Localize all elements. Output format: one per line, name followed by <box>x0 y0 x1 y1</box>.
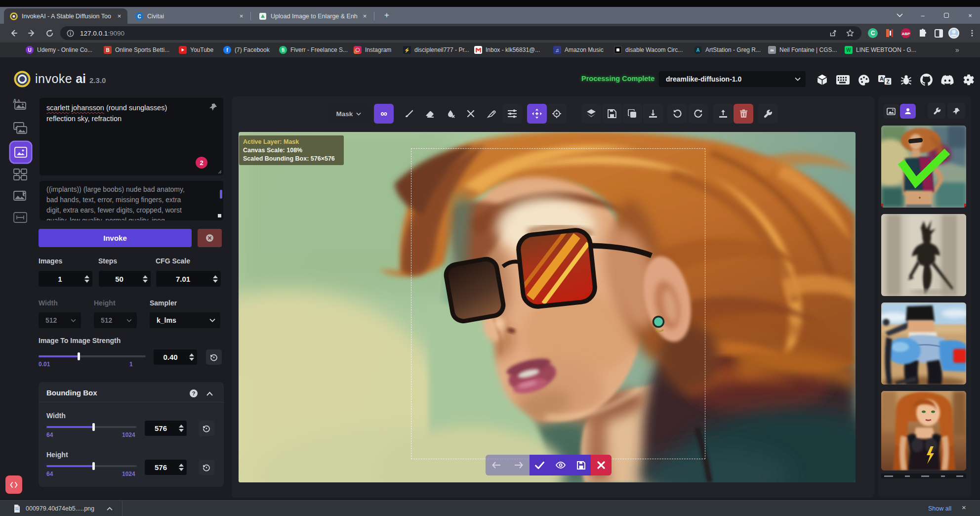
svg-text:Z: Z <box>886 79 890 85</box>
svg-text:A: A <box>880 76 884 82</box>
svg-text:C: C <box>871 30 875 37</box>
svg-text:C: C <box>137 13 141 19</box>
svg-text:ABP: ABP <box>902 32 911 36</box>
svg-text:?: ? <box>192 390 196 396</box>
